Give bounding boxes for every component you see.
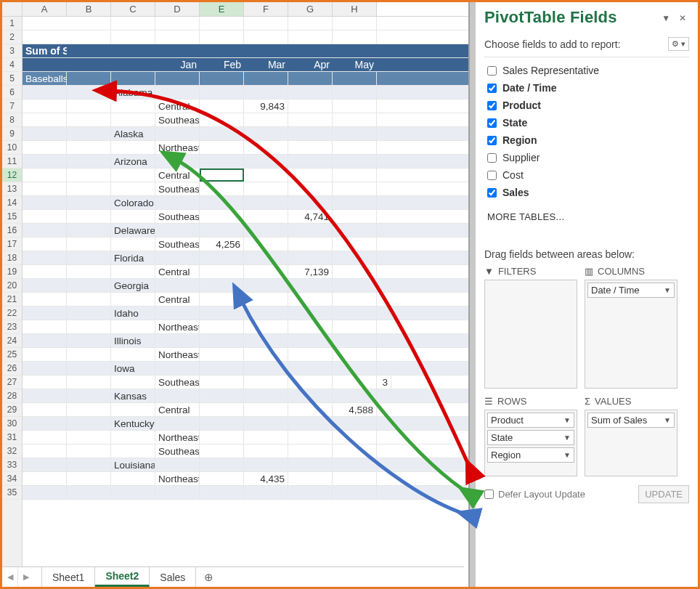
grid-row[interactable]: Florida — [23, 251, 468, 265]
select-all-corner[interactable] — [2, 2, 23, 16]
row-header-22[interactable]: 22 — [2, 306, 22, 320]
row-header-13[interactable]: 13 — [2, 182, 22, 196]
grid-row[interactable]: Idaho — [23, 306, 468, 320]
field-checkbox[interactable] — [487, 136, 497, 145]
row-header-30[interactable]: 30 — [2, 417, 22, 431]
row-header-19[interactable]: 19 — [2, 265, 22, 279]
grid-row[interactable]: JanFebMarAprMay — [23, 58, 468, 72]
row-header-35[interactable]: 35 — [2, 486, 22, 500]
defer-layout-checkbox[interactable]: Defer Layout Update — [484, 489, 585, 500]
row-header-31[interactable]: 31 — [2, 431, 22, 444]
row-header-34[interactable]: 34 — [2, 472, 22, 486]
grid-row[interactable] — [23, 31, 468, 44]
pane-close-icon[interactable]: ✕ — [676, 13, 689, 23]
row-header-32[interactable]: 32 — [2, 444, 22, 458]
grid-row[interactable]: Central4,588 — [23, 403, 468, 417]
grid-row[interactable]: Central7,139 — [23, 265, 468, 279]
field-checkbox[interactable] — [487, 101, 497, 110]
columns-dropzone[interactable]: Date / Time▼ — [585, 280, 677, 389]
row-header-11[interactable]: 11 — [2, 155, 22, 168]
row-header-6[interactable]: 6 — [2, 86, 22, 99]
grid-row[interactable]: Southeast4,256 — [23, 237, 468, 251]
chip-dropdown-icon[interactable]: ▼ — [664, 416, 671, 424]
field-checkbox[interactable] — [487, 171, 497, 180]
column-header-B[interactable]: B — [67, 2, 111, 16]
field-sales-representative[interactable]: Sales Representative — [484, 62, 689, 79]
row-header-1[interactable]: 1 — [2, 17, 22, 31]
row-header-29[interactable]: 29 — [2, 403, 22, 417]
column-header-D[interactable]: D — [155, 2, 200, 16]
row-header-10[interactable]: 10 — [2, 141, 22, 155]
grid-row[interactable]: Delaware — [23, 224, 468, 237]
row-header-25[interactable]: 25 — [2, 348, 22, 362]
filters-dropzone[interactable] — [484, 280, 577, 389]
grid-row[interactable]: Northeast — [23, 348, 468, 362]
grid-row[interactable]: Baseballs — [23, 72, 468, 86]
field-region[interactable]: Region — [484, 131, 689, 149]
column-header-F[interactable]: F — [244, 2, 288, 16]
field-checkbox[interactable] — [487, 84, 497, 93]
field-checkbox[interactable] — [487, 153, 497, 163]
rows-chip-product[interactable]: Product▼ — [487, 413, 574, 428]
grid-row[interactable]: Arizona — [23, 155, 468, 168]
chip-dropdown-icon[interactable]: ▼ — [664, 286, 671, 294]
column-header-C[interactable]: C — [111, 2, 155, 16]
chip-dropdown-icon[interactable]: ▼ — [563, 434, 571, 442]
grid-row[interactable]: Alabama — [23, 86, 468, 99]
sheet-tab-sales[interactable]: Sales — [150, 567, 196, 587]
row-header-8[interactable]: 8 — [2, 113, 22, 127]
row-header-26[interactable]: 26 — [2, 362, 22, 375]
grid-row[interactable]: Southeast — [23, 182, 468, 196]
grid-row[interactable]: Southeast4,741 — [23, 210, 468, 224]
grid-row[interactable] — [23, 486, 468, 500]
column-header-G[interactable]: G — [288, 2, 333, 16]
row-header-23[interactable]: 23 — [2, 320, 22, 334]
grid-row[interactable] — [23, 17, 468, 31]
field-date-time[interactable]: Date / Time — [484, 79, 689, 97]
update-button[interactable]: UPDATE — [638, 485, 689, 503]
row-header-5[interactable]: 5 — [2, 72, 22, 86]
grid-row[interactable]: Alaska — [23, 127, 468, 141]
grid-row[interactable]: Kentucky — [23, 417, 468, 431]
rows-dropzone[interactable]: Product▼State▼Region▼ — [484, 410, 577, 476]
chip-dropdown-icon[interactable]: ▼ — [563, 416, 571, 424]
row-header-33[interactable]: 33 — [2, 458, 22, 472]
row-header-18[interactable]: 18 — [2, 251, 22, 265]
row-header-12[interactable]: 12 — [2, 168, 22, 182]
column-header-A[interactable]: A — [23, 2, 67, 16]
more-tables-link[interactable]: MORE TABLES... — [487, 211, 689, 222]
grid-row[interactable]: Central9,843 — [23, 99, 468, 113]
row-header-20[interactable]: 20 — [2, 279, 22, 293]
grid-row[interactable]: Northeast — [23, 320, 468, 334]
row-header-3[interactable]: 3 — [2, 44, 22, 58]
field-checkbox[interactable] — [487, 118, 497, 128]
row-header-21[interactable]: 21 — [2, 293, 22, 306]
field-supplier[interactable]: Supplier — [484, 149, 689, 166]
tab-nav-prev[interactable]: ◀ — [2, 567, 18, 587]
chip-dropdown-icon[interactable]: ▼ — [563, 451, 571, 459]
column-header-H[interactable]: H — [333, 2, 377, 16]
columns-chip-date-time[interactable]: Date / Time▼ — [587, 283, 675, 298]
row-header-16[interactable]: 16 — [2, 224, 22, 237]
grid-row[interactable]: Illinois — [23, 334, 468, 348]
column-header-E[interactable]: E — [200, 2, 244, 16]
grid-row[interactable]: Southeast3 — [23, 375, 468, 389]
row-header-4[interactable]: 4 — [2, 58, 22, 72]
sheet-tab-sheet2[interactable]: Sheet2 — [95, 567, 150, 587]
row-header-14[interactable]: 14 — [2, 196, 22, 210]
values-chip-sum-of-sales[interactable]: Sum of Sales▼ — [587, 413, 675, 428]
field-sales[interactable]: Sales — [484, 184, 689, 201]
row-header-2[interactable]: 2 — [2, 31, 22, 44]
worksheet-area[interactable]: ABCDEFGH 1234567891011121314151617181920… — [2, 2, 468, 587]
field-checkbox[interactable] — [487, 188, 497, 198]
grid-row[interactable]: Louisiana — [23, 458, 468, 472]
grid-row[interactable]: Sum of Sales — [23, 44, 468, 58]
grid-cells[interactable]: Sum of SalesJanFebMarAprMayBaseballsAlab… — [23, 17, 468, 587]
row-header-28[interactable]: 28 — [2, 389, 22, 403]
grid-row[interactable]: Northeast — [23, 431, 468, 444]
grid-row[interactable]: Southeast — [23, 444, 468, 458]
sheet-tab-sheet1[interactable]: Sheet1 — [41, 567, 95, 587]
grid-row[interactable]: Central — [23, 168, 468, 182]
grid-row[interactable]: Georgia — [23, 279, 468, 293]
field-cost[interactable]: Cost — [484, 166, 689, 184]
